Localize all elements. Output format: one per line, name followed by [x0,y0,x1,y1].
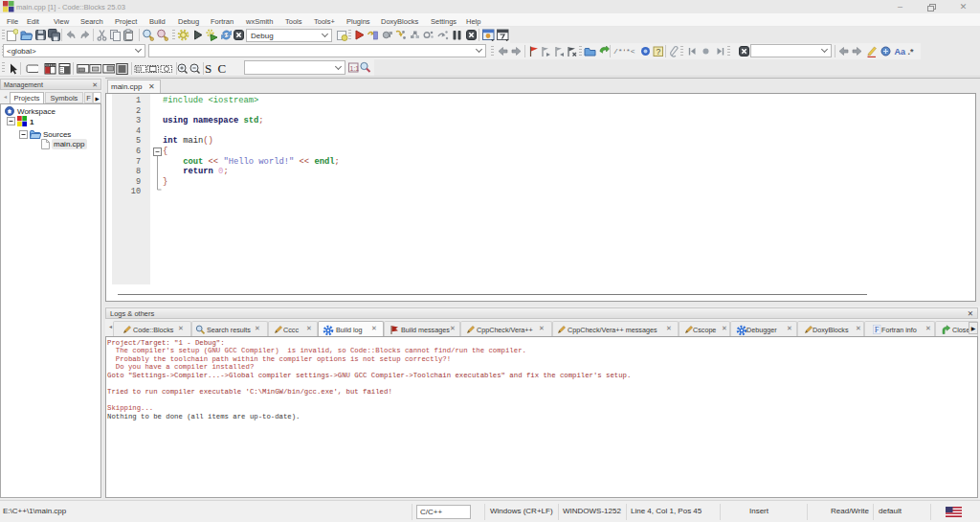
svg-text:.*: .* [907,47,914,57]
svg-text:Aa: Aa [894,47,905,57]
svg-text:/**: /** [613,47,625,56]
svg-text:?: ? [657,47,661,57]
svg-text:F: F [875,325,880,334]
svg-text:*<: *< [626,47,635,56]
